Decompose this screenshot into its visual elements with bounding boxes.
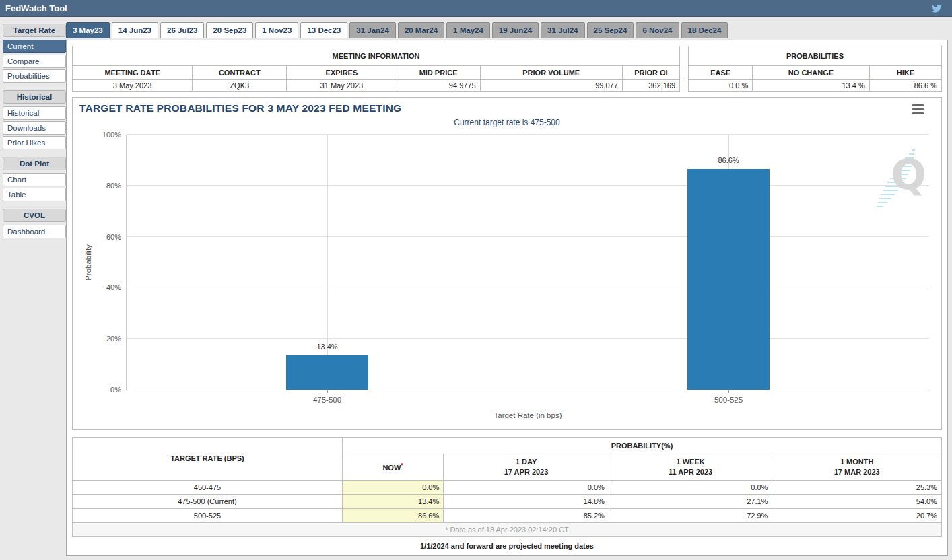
col-meeting-date: MEETING DATE xyxy=(73,66,193,80)
sidebar-section-dot-plot: Dot Plot Chart Table xyxy=(3,157,66,201)
col-1-week: 1 WEEK 11 APR 2023 xyxy=(609,454,772,481)
now-cell: 86.6% xyxy=(342,508,443,522)
day-cell: 0.0% xyxy=(444,480,609,494)
tab-20-mar24[interactable]: 20 Mar24 xyxy=(398,22,444,38)
sidebar-section-target-rate: Target Rate Current Compare Probabilitie… xyxy=(3,24,66,83)
gridline xyxy=(127,236,929,237)
tab-31-jan24[interactable]: 31 Jan24 xyxy=(349,22,396,38)
app-body: Target Rate Current Compare Probabilitie… xyxy=(0,17,952,556)
sidebar-header-historical: Historical xyxy=(3,90,66,104)
day-cell: 85.2% xyxy=(444,508,609,522)
gridline xyxy=(127,287,929,287)
sidebar-item-prior-hikes[interactable]: Prior Hikes xyxy=(3,136,66,149)
probabilities-summary-table: PROBABILITIES EASE NO CHANGE HIKE 0.0 % … xyxy=(688,46,942,92)
hike-value: 86.6 % xyxy=(869,80,941,92)
col-1-week-date: 11 APR 2023 xyxy=(669,468,712,476)
col-1-month: 1 MONTH 17 MAR 2023 xyxy=(772,454,942,481)
col-1-month-date: 17 MAR 2023 xyxy=(834,468,880,476)
y-tick-80: 80% xyxy=(106,182,121,190)
tab-1-may24[interactable]: 1 May24 xyxy=(446,22,490,38)
twitter-icon[interactable] xyxy=(931,3,943,13)
rate-cell: 475-500 (Current) xyxy=(73,494,343,508)
main-content: 3 May23 14 Jun23 26 Jul23 20 Sep23 1 Nov… xyxy=(66,22,948,556)
col-now-label: NOW xyxy=(382,464,401,472)
tab-19-jun24[interactable]: 19 Jun24 xyxy=(492,22,539,38)
sidebar-header-target-rate: Target Rate xyxy=(3,24,66,37)
sidebar-section-cvol: CVOL Dashboard xyxy=(3,209,66,238)
y-tick-0: 0% xyxy=(110,386,121,394)
chart-subtitle: Current target rate is 475-500 xyxy=(73,118,941,127)
sidebar-header-dot-plot: Dot Plot xyxy=(3,157,66,170)
sidebar-section-historical: Historical Historical Downloads Prior Hi… xyxy=(3,90,66,149)
col-1-month-label: 1 MONTH xyxy=(840,458,874,466)
y-axis-title: Probability xyxy=(84,244,92,281)
rate-cell: 500-525 xyxy=(73,508,343,522)
sidebar-item-chart[interactable]: Chart xyxy=(3,173,66,186)
sidebar-item-probabilities[interactable]: Probabilities xyxy=(3,69,66,83)
sidebar-item-table[interactable]: Table xyxy=(3,188,66,201)
tab-20-sep23[interactable]: 20 Sep23 xyxy=(206,22,253,38)
sidebar-header-cvol: CVOL xyxy=(3,209,66,222)
probability-history-table: TARGET RATE (BPS) PROBABILITY(%) NOW* 1 … xyxy=(72,437,942,537)
prior-oi-value: 362,169 xyxy=(622,80,679,92)
y-tick-40: 40% xyxy=(106,283,121,291)
meeting-date-value: 3 May 2023 xyxy=(73,80,193,92)
prior-volume-value: 99,077 xyxy=(480,80,622,92)
projected-dates-note: 1/1/2024 and forward are projected meeti… xyxy=(72,537,942,554)
col-ease: EASE xyxy=(689,66,753,80)
plot-area: 0% 20% 40% 60% 80% 100% Probability 13.4… xyxy=(126,135,929,390)
watermark-q-letter: Q xyxy=(891,154,926,196)
bar-475-500[interactable] xyxy=(286,355,368,390)
chart-menu-icon[interactable] xyxy=(912,104,924,116)
no-change-value: 13.4 % xyxy=(753,80,869,92)
mid-price-value: 94.9775 xyxy=(397,80,480,92)
tab-26-jul23[interactable]: 26 Jul23 xyxy=(160,22,204,38)
contract-value: ZQK3 xyxy=(193,80,287,92)
x-tick-mark xyxy=(327,390,328,393)
y-tick-60: 60% xyxy=(106,233,121,241)
data-as-of-note: * Data as of 18 Apr 2023 02:14:20 CT xyxy=(73,522,942,536)
week-cell: 72.9% xyxy=(609,508,772,522)
tab-31-jul24[interactable]: 31 Jul24 xyxy=(541,22,584,38)
category-label: 500-525 xyxy=(714,396,743,404)
sidebar-item-compare[interactable]: Compare xyxy=(3,55,66,68)
chart-title: TARGET RATE PROBABILITIES FOR 3 MAY 2023… xyxy=(79,102,401,114)
sidebar-item-current[interactable]: Current xyxy=(3,40,66,53)
tab-6-nov24[interactable]: 6 Nov24 xyxy=(636,22,679,38)
table-row: 500-525 86.6% 85.2% 72.9% 20.7% xyxy=(73,508,942,522)
bar-500-525[interactable] xyxy=(687,169,770,390)
sidebar-item-downloads[interactable]: Downloads xyxy=(3,121,66,135)
month-cell: 54.0% xyxy=(772,494,942,508)
gridline xyxy=(327,135,328,390)
col-prior-volume: PRIOR VOLUME xyxy=(480,66,622,80)
tab-13-dec23[interactable]: 13 Dec23 xyxy=(300,22,347,38)
sidebar: Target Rate Current Compare Probabilitie… xyxy=(3,22,66,556)
ease-value: 0.0 % xyxy=(689,80,753,92)
col-1-day: 1 DAY 17 APR 2023 xyxy=(444,454,609,481)
col-1-day-date: 17 APR 2023 xyxy=(504,468,549,476)
y-tick-100: 100% xyxy=(102,131,121,139)
tab-3-may23[interactable]: 3 May23 xyxy=(66,22,110,38)
col-1-day-label: 1 DAY xyxy=(516,458,537,466)
sidebar-item-dashboard[interactable]: Dashboard xyxy=(3,225,66,238)
bar-value-label: 86.6% xyxy=(718,156,739,164)
week-cell: 0.0% xyxy=(609,480,772,494)
gridline xyxy=(127,134,929,135)
tab-1-nov23[interactable]: 1 Nov23 xyxy=(255,22,298,38)
tab-18-dec24[interactable]: 18 Dec24 xyxy=(681,22,728,38)
col-now: NOW* xyxy=(342,454,443,481)
col-no-change: NO CHANGE xyxy=(753,66,869,80)
meeting-information-title: MEETING INFORMATION xyxy=(73,46,680,66)
sidebar-item-historical[interactable]: Historical xyxy=(3,106,66,120)
y-tick-20: 20% xyxy=(106,335,121,343)
tab-14-jun23[interactable]: 14 Jun23 xyxy=(112,22,158,38)
table-row: 475-500 (Current) 13.4% 14.8% 27.1% 54.0… xyxy=(73,494,942,508)
meeting-date-tabs: 3 May23 14 Jun23 26 Jul23 20 Sep23 1 Nov… xyxy=(66,22,948,38)
now-cell: 0.0% xyxy=(342,480,443,494)
col-contract: CONTRACT xyxy=(193,66,287,80)
app-title: FedWatch Tool xyxy=(0,3,67,13)
col-target-rate-bps: TARGET RATE (BPS) xyxy=(73,438,343,481)
col-prior-oi: PRIOR OI xyxy=(622,66,679,80)
tab-25-sep24[interactable]: 25 Sep24 xyxy=(587,22,634,38)
col-mid-price: MID PRICE xyxy=(397,66,480,80)
